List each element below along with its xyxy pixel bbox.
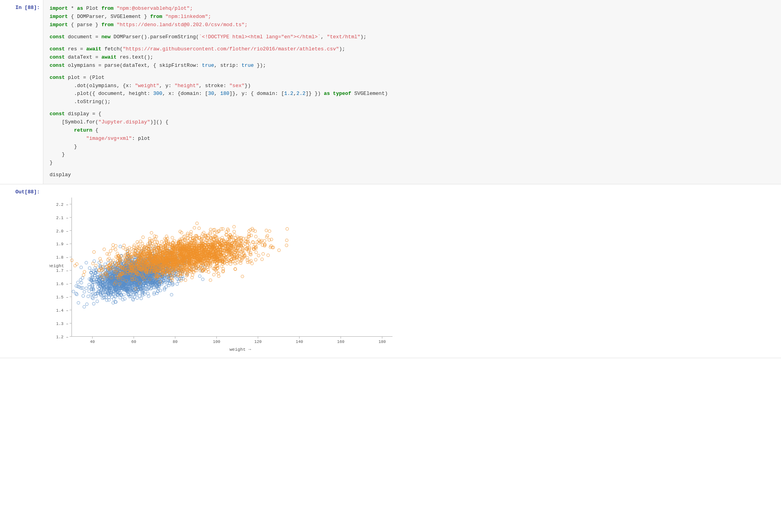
svg-point-1673 [80,281,83,284]
svg-text:140: 140 [296,339,303,344]
code-line: const display = { [50,110,775,118]
svg-point-3339 [83,270,86,273]
svg-point-2529 [93,251,95,254]
svg-point-403 [82,295,84,297]
svg-point-4494 [155,235,158,238]
svg-point-2956 [184,279,187,282]
code-line: .plot({ document, height: 300, x: {domai… [50,90,775,98]
svg-point-4710 [114,248,117,251]
svg-point-4146 [222,268,225,270]
svg-point-3466 [171,236,174,239]
svg-point-2566 [268,230,271,232]
svg-point-417 [72,290,75,293]
svg-point-2463 [82,273,85,276]
svg-point-2633 [198,227,200,230]
code-line: "image/svg+xml": plot [50,135,775,143]
svg-point-2909 [257,254,260,257]
svg-point-3267 [112,243,114,246]
scatter-chart: 4060801001201401601801.2 –1.3 –1.4 –1.5 … [49,187,775,355]
svg-text:160: 160 [337,339,344,344]
svg-point-1689 [176,283,178,286]
svg-text:1.7 –: 1.7 – [56,268,68,273]
svg-text:2.1 –: 2.1 – [56,216,68,220]
code-line [50,41,775,45]
svg-text:1.8 –: 1.8 – [56,255,68,260]
svg-point-4640 [103,248,105,251]
svg-point-1985 [83,290,86,293]
scatter-svg: 4060801001201401601801.2 –1.3 –1.4 –1.5 … [49,189,401,353]
svg-point-2969 [73,264,76,267]
svg-point-646 [91,297,94,300]
svg-point-2826 [99,257,102,260]
svg-point-43 [77,281,79,284]
svg-point-886 [85,287,87,289]
svg-point-2475 [267,254,269,257]
svg-point-2208 [140,297,143,300]
svg-point-3164 [265,229,267,232]
svg-point-1975 [91,296,94,299]
svg-point-4651 [233,225,235,228]
svg-point-1072 [119,296,121,299]
svg-point-1160 [201,278,204,281]
svg-text:120: 120 [254,339,262,344]
svg-text:60: 60 [131,339,136,344]
code-line [50,106,775,110]
svg-point-829 [86,303,88,305]
svg-point-3433 [185,274,188,277]
code-line: import * as Plot from "npm:@observablehq… [50,5,775,13]
svg-text:1.3 –: 1.3 – [56,321,68,326]
svg-point-825 [83,305,86,308]
svg-text:2.2 –: 2.2 – [56,202,68,207]
svg-point-1309 [80,266,82,269]
svg-text:1.4 –: 1.4 – [56,308,68,313]
svg-text:180: 180 [378,339,386,344]
svg-point-2358 [285,244,288,247]
svg-point-3360 [209,279,212,282]
svg-point-4037 [111,247,114,250]
svg-point-1010 [96,300,98,303]
svg-point-3162 [255,235,257,238]
svg-text:2.0 –: 2.0 – [56,229,68,234]
svg-point-2091 [79,278,82,281]
svg-point-4278 [285,239,288,242]
svg-point-4634 [254,243,257,246]
cell-in-label: In [88]: [0,0,43,184]
code-block[interactable]: import * as Plot from "npm:@observablehq… [43,0,781,184]
code-line: import { DOMParser, SVGElement } from "n… [50,13,775,21]
svg-point-631 [92,302,95,305]
svg-point-2424 [193,227,196,229]
code-line: [Symbol.for("Jupyter.display")]() { [50,118,775,127]
svg-point-4095 [278,249,280,252]
code-line: const olympians = parse(dataText, { skip… [50,62,775,70]
svg-point-1060 [170,293,173,296]
svg-point-4679 [241,275,244,278]
svg-point-2290 [233,234,236,236]
svg-point-3024 [114,245,117,247]
svg-point-3397 [235,261,238,264]
svg-text:↑ height: ↑ height [49,263,64,268]
svg-text:100: 100 [213,339,220,344]
svg-point-3766 [75,263,78,266]
svg-point-1725 [136,296,138,299]
svg-text:1.6 –: 1.6 – [56,282,68,286]
svg-point-3616 [209,228,212,231]
code-line: } [50,143,775,151]
svg-text:1.2 –: 1.2 – [56,335,68,339]
svg-point-4712 [207,271,210,273]
svg-point-3390 [106,252,109,255]
input-cell: In [88]: import * as Plot from "npm:@obs… [0,0,781,184]
svg-point-3565 [254,258,257,261]
svg-point-3473 [260,258,263,261]
code-line: const document = new DOMParser().parseFr… [50,33,775,41]
svg-point-3568 [234,262,237,265]
svg-point-2443 [109,250,112,252]
code-lines: import * as Plot from "npm:@observablehq… [50,5,775,179]
code-line: const dataText = await res.text(); [50,54,775,62]
svg-point-56 [87,295,89,298]
svg-point-2018 [75,292,77,295]
output-block: 4060801001201401601801.2 –1.3 –1.4 –1.5 … [43,184,781,358]
code-line [50,29,775,33]
svg-point-2231 [105,299,108,302]
svg-point-2502 [286,227,289,230]
svg-point-2768 [212,273,215,276]
